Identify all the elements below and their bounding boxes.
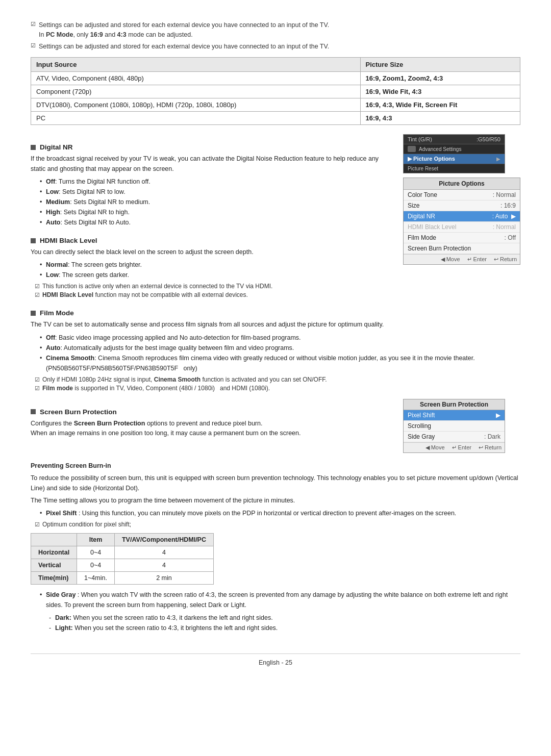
list-item: Low: Sets Digital NR to low. [40, 187, 395, 197]
menu-item: Screen Burn Protection [404, 243, 520, 254]
burn-panel-footer: ◀ Move ↵ Enter ↩ Return [404, 442, 505, 452]
range-cell: 0~4 [77, 559, 115, 572]
source-cell: PC [31, 112, 361, 125]
tv-panel-picture: Tint (G/R) :G50/R50 Advanced Settings ▶ … [403, 134, 505, 173]
preventing-section: Preventing Screen Burn-in To reduce the … [31, 461, 520, 634]
preventing-text2: The Time setting allows you to program t… [31, 496, 520, 506]
list-item: Cinema Smooth: Cinema Smooth reproduces … [40, 353, 520, 373]
footer-enter: ↵ Enter [452, 444, 471, 451]
footer-enter: ↵ Enter [467, 256, 487, 263]
menu-item-label: Size [408, 202, 419, 209]
light-text: Light: When you set the screen ratio to … [49, 623, 520, 633]
row-label: Vertical [31, 559, 77, 572]
row-label: Time(min) [31, 572, 77, 585]
burn-protection-panel: Screen Burn Protection Pixel Shift ▶ Scr… [403, 399, 505, 453]
table-row: ATV, Video, Component (480i, 480p) 16:9,… [31, 72, 520, 85]
note1-line: ☑ Settings can be adjusted and stored fo… [31, 20, 520, 40]
col-input-source: Input Source [31, 58, 361, 72]
row-label: Horizontal [31, 546, 77, 559]
footer-return: ↩ Return [479, 444, 502, 451]
footer-move: ◀ Move [425, 444, 445, 451]
menu-item-label: Scrolling [408, 422, 431, 430]
film-mode-bullets: Off: Basic video image processing applie… [40, 333, 520, 373]
list-item: High: Sets Digital NR to high. [40, 207, 395, 217]
burn-side-panel: Screen Burn Protection Pixel Shift ▶ Scr… [403, 399, 520, 457]
tv-side-panels: Tint (G/R) :G50/R50 Advanced Settings ▶ … [403, 134, 520, 300]
list-item: Off: Basic video image processing applie… [40, 333, 520, 343]
menu-item-value: : Auto ▶ [492, 213, 516, 220]
arrow-icon: ▶ [496, 156, 500, 162]
table-row: Component (720p) 16:9, Wide Fit, 4:3 [31, 85, 520, 98]
value-cell: 4 [114, 546, 213, 559]
range-cell: 1~4min. [77, 572, 115, 585]
tv-label: Picture Reset [408, 166, 500, 171]
tv-panel-row-selected: ▶ Picture Options ▶ [404, 154, 505, 164]
menu-item-label: Pixel Shift [408, 412, 435, 419]
value-cell: 2 min [114, 572, 213, 585]
size-cell: 16:9, Zoom1, Zoom2, 4:3 [360, 72, 520, 85]
screen-burn-heading: Screen Burn Protection [31, 408, 395, 416]
menu-item-highlighted: Pixel Shift ▶ [404, 410, 505, 421]
note2-line: ☑ Settings can be adjusted and stored fo… [31, 42, 520, 52]
menu-item-value: : Dark [484, 433, 500, 440]
list-item: Normal: The screen gets brighter. [40, 260, 395, 270]
menu-item: HDMI Black Level : Normal [404, 222, 520, 233]
dark-text: Dark: When you set the screen ratio to 4… [49, 613, 520, 623]
menu-item-label: Color Tone [408, 191, 437, 198]
menu-item-label: HDMI Black Level [408, 223, 456, 231]
side-gray-list: Side Gray : When you watch TV with the s… [40, 590, 520, 610]
menu-item-highlighted: Digital NR : Auto ▶ [404, 211, 520, 222]
section-square-icon [31, 409, 36, 414]
screen-burn-section: Screen Burn Protection Configures the Sc… [31, 399, 520, 457]
source-cell: ATV, Video, Component (480i, 480p) [31, 72, 361, 85]
digital-nr-bullets: Off: Turns the Digital NR function off. … [40, 177, 395, 228]
table-row: DTV(1080i), Component (1080i, 1080p), HD… [31, 98, 520, 112]
menu-item-label: Side Gray [408, 433, 435, 440]
size-cell: 16:9, 4:3, Wide Fit, Screen Fit [360, 98, 520, 112]
digital-nr-body: If the broadcast signal received by your… [31, 154, 395, 174]
menu-item-value: : Normal [493, 191, 516, 198]
menu-item: Color Tone : Normal [404, 190, 520, 200]
footer-move: ◀ Move [441, 256, 460, 263]
table-row: PC 16:9, 4:3 [31, 112, 520, 125]
note1-icon: ☑ [31, 21, 36, 28]
menu-item-label: Screen Burn Protection [408, 245, 471, 252]
size-cell: 16:9, Wide Fit, 4:3 [360, 85, 520, 98]
note1-text: Settings can be adjusted and stored for … [39, 20, 329, 40]
picture-icon [408, 146, 416, 152]
size-cell: 16:9, 4:3 [360, 112, 520, 125]
col-item: Item [77, 534, 115, 546]
list-item: Low: The screen gets darker. [40, 270, 395, 280]
digital-nr-heading: Digital NR [31, 143, 395, 151]
menu-item-value: : 16:9 [500, 202, 516, 209]
menu-item-label: Digital NR [408, 213, 435, 220]
source-cell: DTV(1080i), Component (1080i, 1080p), HD… [31, 98, 361, 112]
film-mode-body: The TV can be set to automatically sense… [31, 320, 520, 330]
col-empty [31, 534, 77, 546]
film-note1: ☑ Only if HDMI 1080p 24Hz signal is inpu… [35, 376, 520, 383]
section-square-icon [31, 311, 36, 316]
menu-panel-picture-options: Picture Options Color Tone : Normal Size… [403, 178, 520, 265]
tv-label: Advanced Settings [419, 146, 500, 152]
burn-panel-title: Screen Burn Protection [404, 399, 505, 410]
section-square-icon [31, 238, 36, 243]
menu-footer: ◀ Move ↵ Enter ↩ Return [404, 254, 520, 264]
pixel-shift-bullet-list: Pixel Shift : Using this function, you c… [40, 508, 520, 518]
tv-panel-row: Picture Reset [404, 164, 505, 173]
table-row: Time(min) 1~4min. 2 min [31, 572, 214, 585]
tv-panel-row: Advanced Settings [404, 144, 505, 154]
col-picture-size: Picture Size [360, 58, 520, 72]
menu-item: Scrolling [404, 421, 505, 432]
footer-text: English - 25 [259, 659, 292, 666]
pixel-shift-table: Item TV/AV/Component/HDMI/PC Horizontal … [31, 533, 214, 585]
hdmi-black-body: You can directly select the black level … [31, 247, 395, 257]
list-item: Side Gray : When you watch TV with the s… [40, 590, 520, 610]
value-cell: 4 [114, 559, 213, 572]
menu-item: Film Mode : Off [404, 233, 520, 243]
table-row: Vertical 0~4 4 [31, 559, 214, 572]
film-note2: ☑ Film mode is supported in TV, Video, C… [35, 385, 520, 392]
note2-text: Settings can be adjusted and stored for … [39, 42, 329, 52]
range-cell: 0~4 [77, 546, 115, 559]
col-tv: TV/AV/Component/HDMI/PC [114, 534, 213, 546]
tint-label: Tint (G/R) [408, 136, 432, 142]
